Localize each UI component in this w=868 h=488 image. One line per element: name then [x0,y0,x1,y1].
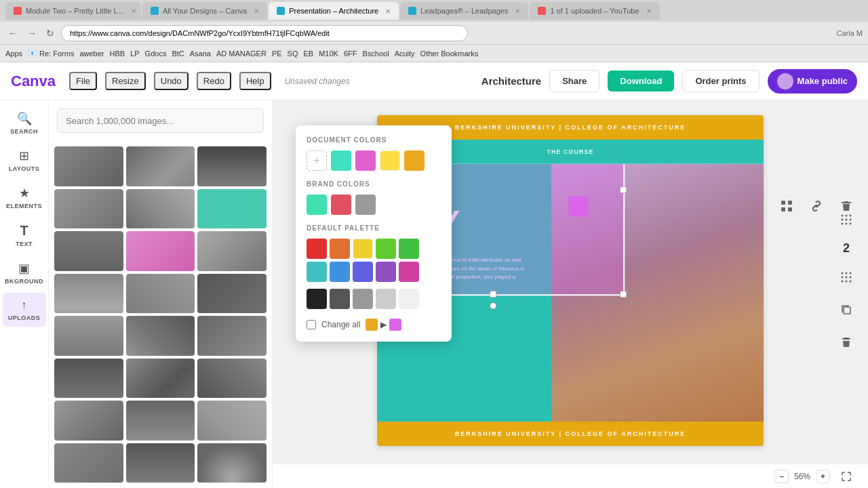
download-button[interactable]: Download [608,70,674,92]
brand-color-2[interactable] [331,195,351,215]
list-item[interactable] [54,231,123,271]
back-button[interactable]: ← [5,26,20,40]
change-to-color[interactable] [389,319,401,331]
list-item[interactable] [54,316,123,356]
gray-mid[interactable] [353,289,373,309]
tab-close-4[interactable]: ✕ [515,7,520,15]
list-item[interactable] [126,316,195,356]
bookmark-acuity[interactable]: Acuity [395,49,415,58]
gray-light[interactable] [376,289,396,309]
address-input[interactable] [61,25,468,41]
palette-green[interactable] [399,239,419,259]
list-item[interactable] [126,359,195,399]
bookmark-sq[interactable]: SQ [288,49,298,58]
delete-canvas-icon[interactable] [835,331,857,353]
tab-module-two[interactable]: Module Two – Pretty Little L... ✕ [5,2,141,20]
forward-button[interactable]: → [24,26,39,40]
palette-indigo[interactable] [353,262,373,282]
dots-grid-icon[interactable] [835,209,857,230]
list-item[interactable] [126,146,195,186]
tab-all-designs[interactable]: All Your Designs – Canva ✕ [142,2,267,20]
palette-pink[interactable] [399,262,419,282]
list-item[interactable] [197,146,267,186]
bookmark-lp[interactable]: LP [130,49,139,58]
palette-orange[interactable] [330,239,350,259]
dots-grid-icon-2[interactable] [835,266,857,288]
doc-color-4[interactable] [404,150,425,171]
bookmark-asana[interactable]: Asana [190,49,211,58]
gray-white[interactable] [399,289,419,309]
list-item[interactable] [54,443,123,483]
share-button[interactable]: Share [549,70,599,92]
copy-layers-icon[interactable] [835,299,857,321]
grid-icon[interactable] [776,195,797,217]
menu-help[interactable]: Help [239,72,271,90]
list-item[interactable] [197,231,267,271]
menu-undo[interactable]: Undo [154,72,189,90]
selected-color-swatch[interactable] [568,197,589,217]
sidebar-item-background[interactable]: ▣ BKGROUND [3,256,46,290]
palette-lime[interactable] [376,239,396,259]
bookmark-btc[interactable]: BtC [172,49,184,58]
menu-redo[interactable]: Redo [197,72,231,90]
tab-close-3[interactable]: ✕ [385,7,391,15]
palette-purple[interactable] [376,262,396,282]
list-item[interactable] [54,359,123,399]
list-item[interactable] [126,274,195,314]
zoom-out-button[interactable]: − [774,470,789,483]
tab-presentation[interactable]: Presentation – Architecture ✕ [269,2,399,20]
refresh-button[interactable]: ↻ [43,26,57,40]
palette-blue[interactable] [330,262,350,282]
bookmark-gdocs[interactable]: Gdocs [145,49,167,58]
search-input[interactable] [57,108,264,133]
list-item[interactable] [126,231,195,271]
bookmark-pe[interactable]: PE [272,49,282,58]
fullscreen-icon[interactable] [835,466,857,487]
sidebar-item-text[interactable]: T TEXT [3,218,46,253]
palette-yellow[interactable] [353,239,373,259]
list-item[interactable] [126,189,195,229]
link-icon[interactable] [806,195,827,217]
bookmark-eb[interactable]: EB [304,49,314,58]
list-item[interactable] [197,189,267,229]
palette-teal[interactable] [307,262,327,282]
tab-close-5[interactable]: ✕ [646,7,652,15]
bookmark-aweber[interactable]: aweber [79,49,104,58]
palette-red[interactable] [307,239,327,259]
bookmark-admanager[interactable]: AD MANAGER [216,49,267,58]
brand-color-3[interactable] [355,195,376,215]
list-item[interactable] [54,274,123,314]
order-prints-button[interactable]: Order prints [682,70,759,92]
brand-color-1[interactable] [307,195,327,215]
tab-youtube[interactable]: 1 of 1 uploaded – YouTube ✕ [530,2,659,20]
list-item[interactable] [54,146,123,186]
gray-dark[interactable] [330,289,350,309]
bookmark-6ff[interactable]: 6FF [344,49,357,58]
list-item[interactable] [126,401,195,441]
list-item[interactable] [197,443,267,483]
doc-color-1[interactable] [331,150,351,171]
list-item[interactable] [54,401,123,441]
bookmark-hbb[interactable]: HBB [110,49,125,58]
sidebar-item-elements[interactable]: ★ ELEMENTS [3,180,46,215]
tab-close-2[interactable]: ✕ [254,7,259,15]
list-item[interactable] [197,401,267,441]
make-public-button[interactable]: Make public [768,69,857,94]
sidebar-item-search[interactable]: 🔍 SEARCH [3,106,46,140]
menu-resize[interactable]: Resize [105,72,146,90]
doc-color-2[interactable] [355,150,376,171]
menu-file[interactable]: File [69,72,97,90]
list-item[interactable] [197,274,267,314]
list-item[interactable] [197,316,267,356]
add-color-button[interactable]: + [307,150,327,171]
bookmark-apps[interactable]: Apps [5,49,22,58]
bookmark-reforms[interactable]: 📧 Re: Forms [28,49,74,58]
list-item[interactable] [126,443,195,483]
zoom-in-button[interactable]: + [816,470,830,483]
bookmark-m10k[interactable]: M10K [319,49,338,58]
bookmark-bschool[interactable]: Bschool [363,49,389,58]
change-all-checkbox[interactable] [307,320,316,329]
doc-color-3[interactable] [380,150,400,171]
list-item[interactable] [197,359,267,399]
gray-black[interactable] [307,289,327,309]
